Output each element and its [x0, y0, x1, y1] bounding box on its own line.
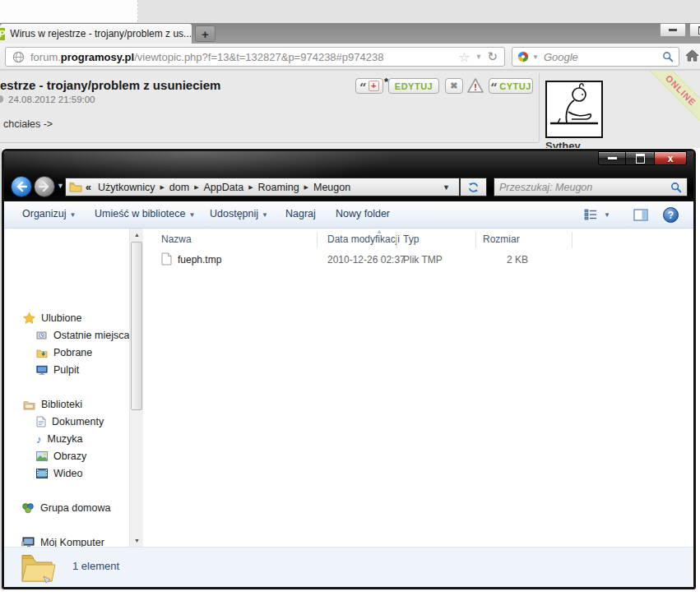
question-mark-icon: ? [668, 210, 674, 221]
explorer-window: x ▼ « Użytkownicy ▶ dom ▶ AppData ▶ [2, 149, 696, 589]
sidebar-item-desktop[interactable]: Pulpit [36, 363, 79, 377]
url-bar[interactable]: forum.programosy.pl/viewtopic.php?f=13&t… [5, 47, 505, 67]
online-status-ribbon: ONLINE [639, 70, 700, 132]
column-header-size[interactable]: Rozmiar [483, 233, 520, 245]
explorer-close-button[interactable]: x [654, 151, 687, 165]
delete-post-button[interactable]: ✖ [445, 78, 463, 94]
share-label: Udostępnij [210, 208, 258, 219]
post-bottom-divider [0, 142, 539, 143]
homegroup-icon [21, 502, 35, 514]
explorer-search-input[interactable]: Przeszukaj: Meugon [499, 182, 670, 193]
sidebar-item-label: Obrazy [53, 450, 86, 462]
sidebar-item-recent-places[interactable]: Ostatnie miejsca [36, 328, 129, 343]
edit-button[interactable]: EDYTUJ [388, 78, 439, 94]
views-button[interactable]: ▼ [584, 209, 610, 220]
share-menu[interactable]: Udostępnij▼ [210, 208, 268, 219]
refresh-button[interactable] [460, 178, 487, 196]
column-header-type[interactable]: Typ [403, 233, 419, 245]
breadcrumb-item-roaming[interactable]: Roaming [255, 182, 303, 193]
sidebar-item-music[interactable]: ♪ Muzyka [36, 432, 83, 446]
new-tab-button[interactable]: + [195, 25, 216, 42]
sidebar-scrollbar[interactable]: ▲ ▼ [129, 229, 143, 547]
explorer-restore-button[interactable] [626, 151, 654, 165]
breadcrumb-overflow-chevron[interactable]: « [82, 182, 95, 193]
explorer-main: Ulubione Ostatnie miejsca Pobrane Pulpit… [4, 229, 693, 547]
sidebar-item-videos[interactable]: Wideo [36, 466, 82, 481]
search-input[interactable]: Google [544, 51, 662, 63]
search-engine-dropdown-icon[interactable]: ▼ [532, 53, 539, 61]
status-bar: 1 element [4, 547, 693, 587]
help-button[interactable]: ? [663, 207, 679, 223]
quote-button[interactable]: “ CYTUJ [489, 78, 533, 94]
home-icon[interactable] [685, 49, 699, 62]
new-quote-button[interactable]: “ + [355, 78, 383, 94]
pictures-icon [36, 451, 48, 461]
document-icon [36, 416, 46, 427]
column-divider[interactable] [396, 232, 397, 248]
bookmark-star-icon[interactable]: ☆ [458, 49, 470, 65]
sidebar-group-homegroup[interactable]: Grupa domowa [21, 501, 110, 515]
browser-minimize-button[interactable] [660, 23, 686, 37]
explorer-search-box[interactable]: Przeszukaj: Meugon [494, 178, 688, 196]
report-warning-icon[interactable]: ! [466, 77, 484, 94]
browser-restore-button[interactable] [689, 23, 700, 37]
breadcrumb-separator-icon[interactable]: ▶ [303, 184, 310, 191]
folder-large-icon [19, 552, 55, 584]
url-dropdown-icon[interactable]: ▼ [475, 53, 483, 61]
breadcrumb-separator-icon[interactable]: ▶ [247, 184, 254, 191]
search-magnifier-icon[interactable] [662, 51, 674, 62]
explorer-minimize-button[interactable] [598, 151, 626, 165]
google-logo-icon[interactable] [517, 51, 529, 62]
sidebar-group-favorites[interactable]: Ulubione [23, 311, 81, 326]
recent-pages-dropdown-icon[interactable]: ▼ [57, 182, 64, 190]
browser-active-tab[interactable]: P Wirus w rejestrze - trojany/problem z … [0, 23, 192, 44]
file-modified: 2010-12-26 02:37 [327, 254, 406, 266]
post-author-name[interactable]: Sythev [545, 140, 581, 148]
scrollbar-thumb[interactable] [131, 242, 142, 410]
include-in-library-menu[interactable]: Umieść w bibliotece▼ [95, 208, 195, 219]
sidebar-group-libraries[interactable]: Biblioteki [23, 397, 82, 412]
preview-pane-button[interactable] [633, 209, 648, 221]
address-bar[interactable]: « Użytkownicy ▶ dom ▶ AppData ▶ Roaming … [65, 178, 460, 196]
quote-icon: “ [490, 85, 498, 91]
column-divider[interactable] [317, 232, 318, 248]
breadcrumb-item-uzytkownicy[interactable]: Użytkownicy [95, 182, 158, 193]
url-path: /viewtopic.php?f=13&t=132827&p=974238#p9… [134, 51, 458, 63]
back-button[interactable] [11, 176, 32, 197]
browser-search-box[interactable]: ▼ Google [512, 47, 679, 67]
sidebar-item-downloads[interactable]: Pobrane [36, 345, 92, 360]
sidebar-item-pictures[interactable]: Obrazy [36, 449, 86, 464]
forward-button[interactable] [34, 176, 55, 197]
burn-button[interactable]: Nagraj [285, 208, 316, 219]
breadcrumb-separator-icon[interactable]: ▶ [192, 184, 200, 191]
library-label: Umieść w bibliotece [95, 208, 185, 219]
address-dropdown-icon[interactable]: ▼ [437, 183, 456, 192]
browser-titlebar-highlight [0, 0, 138, 22]
scroll-up-icon[interactable]: ▲ [130, 229, 144, 241]
sidebar-group-label: Ulubione [41, 312, 81, 324]
new-folder-button[interactable]: Nowy folder [336, 208, 390, 219]
breadcrumb-separator-icon[interactable]: ▶ [158, 184, 165, 191]
column-divider[interactable] [572, 232, 573, 248]
reload-icon[interactable]: ↻ [487, 49, 498, 64]
file-row[interactable]: fueph.tmp 2010-12-26 02:37 Plik TMP 2 KB [148, 252, 609, 268]
breadcrumb-item-appdata[interactable]: AppData [201, 182, 248, 193]
chevron-down-icon: ▼ [188, 211, 195, 219]
column-header-row: ▲ Nazwa Data modyfikacji Typ Rozmiar [148, 230, 691, 250]
sidebar-group-label: Grupa domowa [40, 502, 110, 514]
breadcrumb-item-dom[interactable]: dom [166, 182, 192, 193]
forum-topic-title: estrze - trojany/problem z usunieciem [0, 78, 220, 92]
organize-menu[interactable]: Organizuj▼ [22, 208, 76, 219]
column-divider[interactable] [475, 232, 476, 248]
scroll-down-icon[interactable]: ▼ [130, 534, 144, 547]
edit-button-label: EDYTUJ [395, 81, 433, 91]
column-header-name[interactable]: Nazwa [161, 233, 192, 245]
breadcrumb-item-meugon[interactable]: Meugon [310, 182, 354, 193]
arrow-left-icon [16, 182, 27, 192]
sidebar-item-documents[interactable]: Dokumenty [36, 414, 104, 429]
desktop-icon [36, 365, 48, 376]
column-header-modified[interactable]: Data modyfikacji [327, 233, 400, 245]
search-magnifier-icon[interactable] [670, 182, 682, 193]
post-date: 24.08.2012 21:59:00 [8, 95, 95, 104]
sidebar-item-label: Dokumenty [52, 416, 104, 427]
